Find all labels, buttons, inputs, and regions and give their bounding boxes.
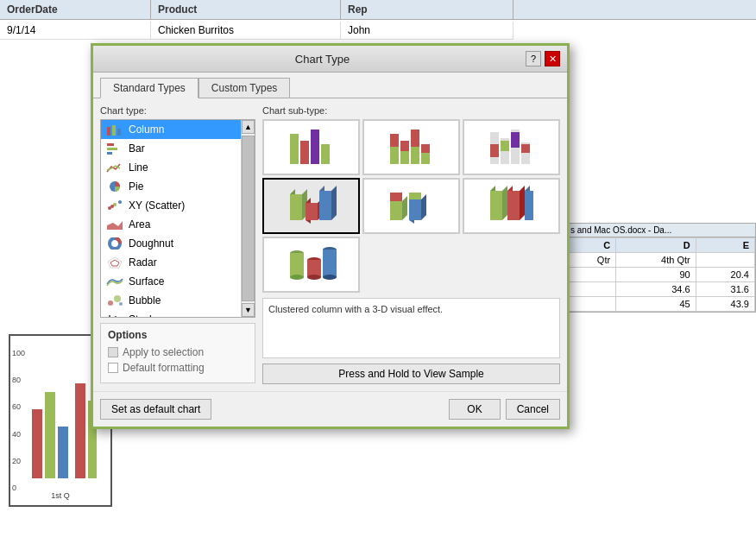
- subtype-item-1[interactable]: [262, 119, 360, 175]
- description-box: Clustered column with a 3-D visual effec…: [262, 298, 560, 358]
- surface-chart-icon: [106, 275, 123, 288]
- svg-marker-71: [502, 186, 507, 220]
- svg-point-15: [110, 205, 114, 208]
- cancel-button[interactable]: Cancel: [506, 399, 560, 420]
- right-row-3: 45 43.9: [568, 297, 755, 312]
- svg-rect-6: [112, 125, 116, 136]
- right-row-1: 90 20.4: [568, 268, 755, 282]
- bar-chart-icon: [106, 142, 123, 155]
- svg-rect-3: [75, 383, 85, 478]
- apply-to-selection-checkbox[interactable]: [108, 347, 118, 357]
- subtype-item-4[interactable]: [262, 178, 360, 234]
- dialog-footer: Set as default chart OK Cancel: [93, 391, 567, 427]
- subtype-item-5[interactable]: [362, 178, 460, 234]
- help-button[interactable]: ?: [526, 51, 541, 66]
- svg-rect-73: [507, 191, 520, 220]
- chart-type-label: Chart type:: [100, 105, 255, 116]
- chart-subtype-panel: Chart sub-type:: [262, 105, 560, 384]
- chart-item-stock[interactable]: Stock: [101, 310, 241, 318]
- svg-rect-49: [511, 132, 520, 148]
- svg-point-82: [307, 275, 321, 280]
- list-scrollbar[interactable]: ▲ ▼: [241, 120, 255, 317]
- default-formatting-label: Default formatting: [123, 362, 205, 374]
- svg-rect-1: [45, 392, 55, 478]
- subtype-item-6[interactable]: [463, 178, 560, 234]
- cell-product: Chicken Burritos: [151, 22, 341, 40]
- dialog-title: Chart Type: [119, 53, 526, 66]
- svg-rect-39: [400, 141, 409, 151]
- options-title: Options: [108, 329, 248, 341]
- svg-marker-74: [520, 186, 525, 220]
- dialog-content: Chart type: Column Bar: [93, 98, 567, 391]
- close-button[interactable]: ✕: [545, 51, 560, 66]
- default-formatting-checkbox[interactable]: [108, 363, 118, 373]
- set-default-chart-button[interactable]: Set as default chart: [100, 399, 211, 420]
- subtype-item-2[interactable]: [362, 119, 460, 175]
- subtype-svg-1: [287, 125, 337, 170]
- subtype-item-7[interactable]: [262, 237, 360, 293]
- svg-rect-51: [521, 144, 530, 153]
- svg-rect-66: [409, 199, 421, 220]
- cell-orderdate: 9/1/14: [0, 22, 151, 40]
- stock-chart-icon: [106, 313, 123, 318]
- svg-rect-0: [32, 409, 42, 478]
- preview-button[interactable]: Press and Hold to View Sample: [262, 364, 560, 384]
- tab-standard-types[interactable]: Standard Types: [100, 78, 198, 98]
- ok-button[interactable]: OK: [449, 399, 500, 420]
- cell-rep: John: [341, 22, 513, 40]
- svg-rect-63: [390, 193, 402, 201]
- col-orderdate: OrderDate: [0, 0, 151, 19]
- svg-marker-16: [107, 221, 123, 230]
- svg-rect-76: [525, 191, 533, 220]
- svg-rect-59: [319, 191, 331, 220]
- chart-item-bubble[interactable]: Bubble: [101, 291, 241, 310]
- chart-item-doughnut[interactable]: Doughnut: [101, 234, 241, 253]
- right-row-2: 34.6 31.6: [568, 282, 755, 297]
- dialog-titlebar: Chart Type ? ✕: [93, 46, 567, 73]
- svg-rect-70: [490, 191, 502, 220]
- svg-marker-19: [110, 260, 119, 266]
- svg-rect-33: [300, 141, 309, 164]
- chart-item-pie[interactable]: Pie: [101, 177, 241, 196]
- svg-rect-41: [411, 130, 419, 147]
- svg-rect-2: [58, 427, 68, 478]
- chart-item-line[interactable]: Line: [101, 158, 241, 177]
- svg-marker-60: [331, 186, 337, 220]
- options-section: Options Apply to selection Default forma…: [100, 323, 255, 383]
- description-text: Clustered column with a 3-D visual effec…: [268, 304, 443, 314]
- svg-rect-7: [117, 129, 121, 136]
- right-panel-table: C D E Qtr 4th Qtr 90 20.4 34.6 31.6: [567, 237, 755, 312]
- tab-bar: Standard Types Custom Types: [93, 73, 567, 98]
- chart-item-surface[interactable]: Surface: [101, 272, 241, 291]
- chart-y-labels: 0 20 40 60 80 100: [10, 336, 27, 505]
- svg-rect-47: [501, 141, 509, 151]
- chart-item-bar[interactable]: Bar: [101, 139, 241, 158]
- svg-point-85: [323, 275, 337, 280]
- scrollbar-down-button[interactable]: ▼: [242, 303, 255, 317]
- tab-custom-types[interactable]: Custom Types: [198, 78, 290, 98]
- svg-rect-84: [323, 250, 337, 277]
- doughnut-chart-icon: [106, 237, 123, 250]
- sheet-row-1: 9/1/14 Chicken Burritos John: [0, 22, 756, 40]
- chart-list-container: Column Bar Line: [100, 119, 255, 318]
- col-rep: Rep: [341, 0, 513, 19]
- svg-rect-8: [107, 143, 114, 146]
- chart-type-dialog: Chart Type ? ✕ Standard Types Custom Typ…: [91, 43, 570, 429]
- chart-item-column[interactable]: Column: [101, 120, 241, 139]
- chart-item-area[interactable]: Area: [101, 215, 241, 234]
- svg-marker-68: [421, 194, 426, 220]
- scrollbar-thumb[interactable]: [242, 136, 255, 301]
- subtype-item-3[interactable]: [463, 119, 560, 175]
- chart-item-scatter[interactable]: XY (Scatter): [101, 196, 241, 215]
- subtype-grid: [262, 119, 560, 293]
- option-default-formatting: Default formatting: [108, 362, 248, 374]
- svg-point-21: [114, 295, 121, 302]
- col-d: D: [616, 238, 696, 253]
- scrollbar-up-button[interactable]: ▲: [242, 120, 255, 134]
- svg-rect-78: [290, 253, 304, 277]
- scatter-chart-icon: [106, 199, 123, 212]
- chart-item-radar[interactable]: Radar: [101, 253, 241, 272]
- svg-point-14: [118, 200, 122, 204]
- radar-chart-icon: [106, 256, 123, 269]
- svg-point-20: [108, 300, 113, 306]
